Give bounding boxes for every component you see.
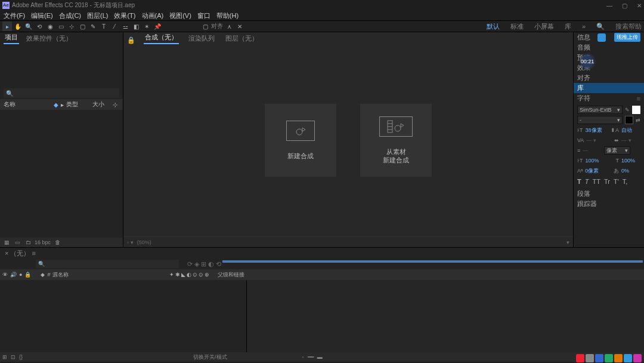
maximize-button[interactable]: ▢ (622, 2, 627, 9)
roto-tool[interactable]: ✶ (142, 21, 151, 31)
workspace-standard[interactable]: 标准 (510, 22, 524, 31)
tab-effect-controls[interactable]: 效果控件（无） (25, 33, 73, 44)
label-col-icon[interactable]: ◆ (41, 272, 45, 278)
leading-input[interactable]: 自动 (621, 126, 640, 134)
new-from-footage-card[interactable]: 从素材 新建合成 (360, 104, 432, 177)
selection-tool[interactable]: ▸ (2, 21, 12, 31)
tray-icon-3[interactable] (595, 354, 603, 362)
toggle-switches-modes[interactable]: 切换开关/模式 (193, 353, 227, 361)
new-folder-button[interactable]: 🗀 (24, 238, 32, 247)
font-family-dropdown[interactable]: SimSun-ExtB▾ (577, 106, 623, 114)
cloud-icon[interactable] (597, 33, 606, 42)
menu-view[interactable]: 视图(V) (168, 11, 193, 20)
workspace-more[interactable]: » (582, 23, 586, 30)
text-tool[interactable]: T (99, 21, 109, 31)
faux-bold[interactable]: T (577, 178, 581, 185)
tray-icon-5[interactable] (614, 354, 623, 362)
subscript[interactable]: T, (623, 178, 628, 185)
new-composition-card[interactable]: 新建合成 (265, 104, 336, 177)
menu-layer[interactable]: 图层(L) (86, 11, 109, 20)
lock-icon[interactable]: 🔒 (127, 36, 135, 44)
workspace-lib[interactable]: 库 (565, 22, 571, 31)
menu-animation[interactable]: 动画(A) (141, 11, 165, 20)
snap-toggle[interactable]: ▢ (200, 21, 210, 31)
menu-help[interactable]: 帮助(H) (215, 11, 240, 20)
swap-icon[interactable]: ⇄ (636, 117, 640, 123)
puppet-tool[interactable]: 📌 (153, 21, 162, 31)
timeline-tracks[interactable] (247, 280, 644, 352)
panel-paragraph[interactable]: 段落 (574, 189, 644, 199)
clone-tool[interactable]: ⚍ (120, 21, 130, 31)
tag-icon[interactable]: ◆ (54, 101, 58, 108)
bpc-toggle[interactable]: 16 bpc (35, 239, 51, 245)
menu-edit[interactable]: 编辑(E) (30, 11, 54, 20)
eyedropper-icon[interactable]: ✎ (625, 107, 630, 113)
rect-tool[interactable]: ▢ (78, 21, 87, 31)
panel-tracker[interactable]: 跟踪器 (574, 199, 644, 209)
lock-col-icon[interactable]: 🔒 (24, 272, 31, 278)
tray-icon-4[interactable] (605, 354, 613, 362)
search-help[interactable]: 搜索帮助 (615, 22, 642, 31)
all-caps[interactable]: TT (592, 178, 600, 185)
tray-icon-1[interactable] (576, 354, 584, 362)
panel-libraries[interactable]: 库 (574, 83, 644, 93)
tsume-input[interactable]: 0 % (621, 167, 640, 175)
tab-layer[interactable]: 图层（无） (224, 33, 259, 44)
timeline-tab[interactable]: × （无） ≡ (5, 249, 36, 258)
tab-project[interactable]: 项目 (4, 32, 19, 44)
time-ruler[interactable] (221, 259, 644, 269)
small-caps[interactable]: Tr (604, 178, 610, 185)
new-comp-button[interactable]: ▭ (13, 238, 21, 247)
col-source-name[interactable]: 源名称 (52, 271, 69, 279)
tl-toggle3[interactable]: {} (19, 354, 23, 360)
solo-col-icon[interactable]: ● (19, 272, 22, 278)
audio-col-icon[interactable]: 🔊 (10, 272, 17, 278)
menu-effect[interactable]: 效果(T) (113, 11, 137, 20)
vscale-input[interactable]: 100 % (586, 156, 605, 165)
fill-swatch[interactable] (632, 106, 640, 114)
project-search[interactable]: 🔍 (4, 88, 119, 98)
col-name[interactable]: 名称 (4, 100, 51, 109)
menu-window[interactable]: 窗口 (196, 11, 212, 20)
camera-dropdown[interactable]: ▾ (566, 239, 569, 245)
eye-col-icon[interactable]: 👁 (2, 272, 8, 278)
panel-align[interactable]: 对齐 (574, 73, 644, 83)
pen-tool[interactable]: ✎ (88, 21, 98, 31)
tl-toggle1[interactable]: ⊞ (2, 354, 7, 360)
brush-tool[interactable]: ⁄ (110, 21, 119, 31)
tl-toggle2[interactable]: ⊡ (11, 354, 16, 360)
workspace-default[interactable]: 默认 (487, 22, 500, 31)
zoom-out-icon[interactable]: ◦ (302, 354, 304, 360)
panel-audio[interactable]: 音频 (574, 42, 644, 53)
switches-icons[interactable]: ✦✱◣◐⊙⊙⊕ (169, 272, 210, 278)
snap-opt2[interactable]: ✕ (235, 21, 244, 31)
timeline-search[interactable]: 🔍 (36, 260, 179, 268)
layer-list[interactable] (0, 280, 247, 352)
zoom-dropdown[interactable]: ▫ ▾ (127, 239, 134, 245)
close-button[interactable]: ✕ (637, 2, 642, 9)
col-more-icon[interactable]: ⊹ (113, 101, 117, 108)
hand-tool[interactable]: ✋ (13, 21, 23, 31)
menu-composition[interactable]: 合成(C) (58, 11, 82, 20)
col-parent[interactable]: 父级和链接 (218, 271, 244, 279)
hscale-input[interactable]: 100 % (621, 156, 640, 165)
tray-icon-6[interactable] (624, 354, 632, 362)
panel-character[interactable]: 字符≡ (574, 93, 644, 103)
workspace-small[interactable]: 小屏幕 (534, 22, 554, 31)
col-size[interactable]: 大小 (92, 100, 110, 109)
zoom-tool[interactable]: 🔍 (24, 21, 33, 31)
baseline-input[interactable]: 0 像素 (585, 167, 604, 175)
eraser-tool[interactable]: ◧ (131, 21, 141, 31)
tab-composition[interactable]: 合成（无） (144, 32, 179, 44)
zoom-slider[interactable]: ━━ (308, 354, 314, 360)
col-type[interactable]: 类型 (66, 100, 90, 109)
camera-tool[interactable]: ▭ (56, 21, 66, 31)
tray-icon-2[interactable] (586, 354, 594, 362)
tab-render-queue[interactable]: 渲染队列 (187, 33, 216, 44)
stroke-width-input[interactable]: — (583, 146, 602, 155)
minimize-button[interactable]: — (606, 2, 612, 9)
stroke-swatch[interactable] (625, 116, 633, 124)
kerning-input[interactable]: — ▾ (586, 136, 605, 144)
upload-button[interactable]: 现推上传 (614, 33, 640, 42)
font-style-dropdown[interactable]: -▾ (577, 116, 623, 124)
